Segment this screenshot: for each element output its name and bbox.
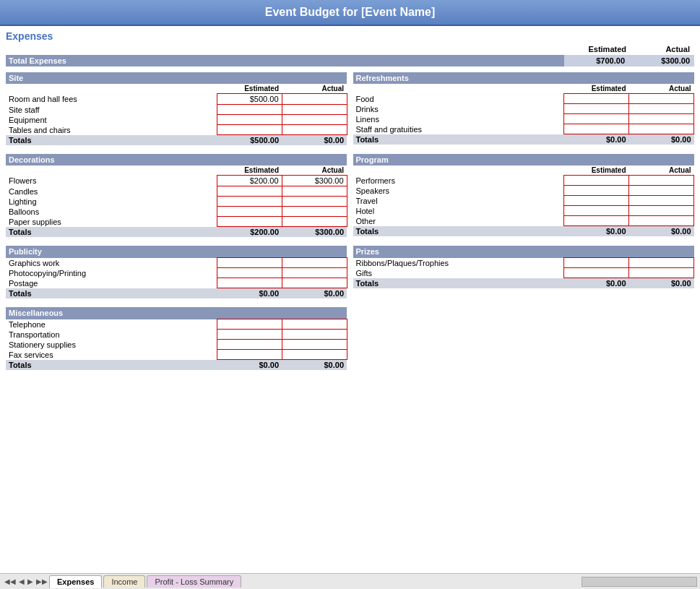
prog-row2-estimated[interactable] <box>564 196 629 206</box>
tab-income[interactable]: Income <box>103 575 145 588</box>
dec-row2-estimated[interactable] <box>217 197 282 207</box>
pub-row-1: Photocopying/Printing <box>6 268 347 278</box>
decorations-header-row: Decorations <box>6 154 347 165</box>
ref-row1-estimated[interactable] <box>564 104 629 114</box>
refreshments-totals-actual: $0.00 <box>629 134 694 145</box>
row3-tables: Publicity Graphics work Photocopying/Pri… <box>6 246 694 303</box>
expenses-heading: Expenses <box>6 30 694 42</box>
dec-row2-actual[interactable] <box>282 197 347 207</box>
tab-expenses[interactable]: Expenses <box>49 575 102 588</box>
site-row-1: Site staff <box>6 105 347 115</box>
prog-row3-estimated[interactable] <box>564 206 629 216</box>
row4-tables: Miscellaneous Telephone Transportation S… <box>6 307 694 374</box>
total-expenses-bar: Total Expenses $700.00 $300.00 <box>6 55 694 66</box>
prizes-row1-estimated[interactable] <box>564 268 629 278</box>
row1-tables: Site Estimated Actual Room and hall fees… <box>6 72 694 150</box>
pub-row1-actual[interactable] <box>282 268 347 278</box>
ref-row3-actual[interactable] <box>629 124 694 134</box>
refreshments-table: Refreshments Estimated Actual Food Drink… <box>353 72 695 145</box>
pub-row0-estimated[interactable] <box>217 258 282 268</box>
site-row3-actual[interactable] <box>282 125 347 135</box>
misc-row3-estimated[interactable] <box>217 350 282 360</box>
prog-row2-actual[interactable] <box>629 196 694 206</box>
tab-nav-prev2[interactable]: ◀ <box>17 577 26 585</box>
site-row0-actual[interactable] <box>282 94 347 105</box>
pub-row0-actual[interactable] <box>282 258 347 268</box>
publicity-section: Publicity Graphics work Photocopying/Pri… <box>6 246 347 303</box>
misc-row1-estimated[interactable] <box>217 330 282 340</box>
ref-row0-actual[interactable] <box>629 94 694 104</box>
prizes-row-0: Ribbons/Plaques/Trophies <box>353 258 694 268</box>
program-col-headers: Estimated Actual <box>353 165 694 176</box>
prizes-section: Prizes Ribbons/Plaques/Trophies Gifts To… <box>353 246 695 303</box>
dec-row0-actual[interactable]: $300.00 <box>282 176 347 186</box>
refreshments-totals-row: Totals $0.00 $0.00 <box>353 134 694 145</box>
tab-nav-next2[interactable]: ▶▶ <box>35 577 49 585</box>
dec-row-2: Lighting <box>6 197 347 207</box>
dec-row3-estimated[interactable] <box>217 207 282 217</box>
site-row1-estimated[interactable] <box>217 105 282 115</box>
tab-profit-loss[interactable]: Profit - Loss Summary <box>147 575 241 588</box>
site-row3-estimated[interactable] <box>217 125 282 135</box>
refreshments-col-headers: Estimated Actual <box>353 84 694 94</box>
pub-row2-actual[interactable] <box>282 278 347 288</box>
pub-row1-estimated[interactable] <box>217 268 282 278</box>
tab-nav-next[interactable]: ▶ <box>26 577 35 585</box>
misc-row3-actual[interactable] <box>282 350 347 360</box>
site-row0-estimated[interactable]: $500.00 <box>217 94 282 105</box>
site-row2-estimated[interactable] <box>217 115 282 125</box>
program-header-row: Program <box>353 154 694 165</box>
prog-row0-actual[interactable] <box>629 176 694 186</box>
ref-row2-actual[interactable] <box>629 114 694 124</box>
dec-row4-actual[interactable] <box>282 217 347 227</box>
ref-row3-estimated[interactable] <box>564 124 629 134</box>
site-col-headers: Estimated Actual <box>6 84 347 94</box>
dec-row0-estimated[interactable]: $200.00 <box>217 176 282 186</box>
pub-row2-estimated[interactable] <box>217 278 282 288</box>
publicity-header: Publicity <box>6 246 347 258</box>
prizes-row1-actual[interactable] <box>629 268 694 278</box>
decorations-totals-estimated: $200.00 <box>217 227 282 238</box>
prizes-totals-estimated: $0.00 <box>564 278 629 289</box>
site-row-3: Tables and chairs <box>6 125 347 135</box>
site-row1-actual[interactable] <box>282 105 347 115</box>
horizontal-scrollbar[interactable] <box>582 577 697 587</box>
ref-row1-actual[interactable] <box>629 104 694 114</box>
dec-row4-estimated[interactable] <box>217 217 282 227</box>
summary-header-row: Estimated Actual <box>6 45 694 53</box>
prog-row1-actual[interactable] <box>629 186 694 196</box>
pub-row-2: Postage <box>6 278 347 288</box>
prizes-table: Prizes Ribbons/Plaques/Trophies Gifts To… <box>353 246 695 288</box>
site-section: Site Estimated Actual Room and hall fees… <box>6 72 347 150</box>
miscellaneous-section: Miscellaneous Telephone Transportation S… <box>6 307 347 374</box>
prog-row4-estimated[interactable] <box>564 216 629 226</box>
prog-row1-estimated[interactable] <box>564 186 629 196</box>
ref-row0-estimated[interactable] <box>564 94 629 104</box>
prizes-header: Prizes <box>353 246 694 258</box>
tab-nav-prev[interactable]: ◀◀ <box>3 577 17 585</box>
misc-row0-estimated[interactable] <box>217 319 282 330</box>
misc-row0-actual[interactable] <box>282 319 347 330</box>
misc-header-row: Miscellaneous <box>6 307 347 319</box>
dec-row1-actual[interactable] <box>282 186 347 197</box>
prog-row3-actual[interactable] <box>629 206 694 216</box>
refreshments-header: Refreshments <box>353 72 694 84</box>
prizes-row0-estimated[interactable] <box>564 258 629 268</box>
site-header-row: Site <box>6 72 347 84</box>
dec-row3-actual[interactable] <box>282 207 347 217</box>
decorations-totals-row: Totals $200.00 $300.00 <box>6 227 347 238</box>
site-header: Site <box>6 72 347 84</box>
prog-row4-actual[interactable] <box>629 216 694 226</box>
dec-row1-estimated[interactable] <box>217 186 282 197</box>
ref-row2-estimated[interactable] <box>564 114 629 124</box>
decorations-totals-actual: $300.00 <box>282 227 347 238</box>
prog-row0-estimated[interactable] <box>564 176 629 186</box>
prizes-row0-actual[interactable] <box>629 258 694 268</box>
total-expenses-actual: $300.00 <box>629 55 694 66</box>
misc-row1-actual[interactable] <box>282 330 347 340</box>
site-table: Site Estimated Actual Room and hall fees… <box>6 72 347 145</box>
refreshments-row-2: Linens <box>353 114 694 124</box>
site-row2-actual[interactable] <box>282 115 347 125</box>
misc-row2-estimated[interactable] <box>217 340 282 350</box>
misc-row2-actual[interactable] <box>282 340 347 350</box>
